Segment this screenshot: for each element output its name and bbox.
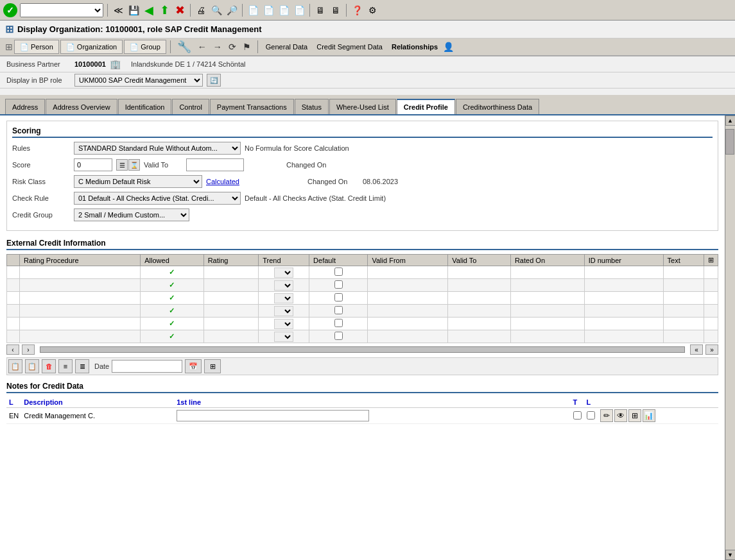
trend-select[interactable] [274,319,293,329]
table-controls: 📋 📋 🗑 ≡ ≣ Date 📅 ⊞ [6,357,718,375]
notes-edit-btn[interactable]: ✏ [600,409,613,422]
trend-select[interactable] [274,280,293,291]
toolbar-select[interactable] [20,3,103,17]
green-check-icon[interactable]: ✓ [3,3,17,17]
bp-role-select[interactable]: UKM000 SAP Credit Management [74,74,203,87]
trend-select[interactable] [274,267,293,278]
trend-select[interactable] [274,293,293,303]
valid-to-input[interactable] [186,158,244,171]
notes-chart-btn[interactable]: 📊 [643,409,655,422]
nav-filter-icon[interactable]: ⚑ [240,42,254,52]
toolbar-stop-icon[interactable]: ✖ [173,4,186,17]
toolbar-prev-icon[interactable]: ◀ [143,4,155,17]
score-calc-btn[interactable]: ⌛ [128,159,140,171]
tab-control[interactable]: Control [172,99,209,114]
cell-valid-from [368,279,448,292]
nav-credit-segment-data[interactable]: Credit Segment Data [313,43,386,51]
toolbar-doc3-icon[interactable]: 📄 [277,4,290,17]
trend-select[interactable] [274,332,293,342]
table-scroll-left[interactable]: ‹ [6,344,19,355]
cell-rating-procedure [20,279,141,292]
cell-trend [259,279,309,292]
toolbar-monitor1-icon[interactable]: 🖥 [314,4,327,17]
table-end-left[interactable]: « [690,344,703,355]
nav-grid-icon: ⊞ [5,42,13,52]
nav-organization-btn[interactable]: 📄 Organization [60,40,123,54]
col-config-icon[interactable]: ⊞ [704,255,718,266]
nav-person-btn[interactable]: 📄 Person [14,40,59,54]
nav-refresh-icon[interactable]: ⟳ [226,42,239,52]
nav-person-icon2[interactable]: 👤 [443,42,454,52]
tbl-delete-btn[interactable]: 🗑 [42,359,56,373]
toolbar-doc4-icon[interactable]: 📄 [293,4,306,17]
toolbar-back-icon[interactable]: ≪ [112,4,125,17]
toolbar-save-icon[interactable]: 💾 [127,4,140,17]
rules-select[interactable]: STANDARD Standard Rule Without Autom... [74,142,241,155]
toolbar-print-icon[interactable]: 🖨 [195,4,207,17]
toolbar-doc1-icon[interactable]: 📄 [246,4,259,17]
notes-l-checkbox[interactable] [587,411,595,420]
tab-identification[interactable]: Identification [118,99,172,114]
toolbar-up-icon[interactable]: ⬆ [158,4,171,17]
credit-group-select[interactable]: 2 Small / Medium Custom... [74,208,189,221]
notes-icon-group: ✏ 👁 ⊞ 📊 [600,409,716,422]
default-checkbox[interactable] [334,306,343,314]
notes-text-input[interactable] [177,410,369,421]
tab-status[interactable]: Status [295,99,329,114]
nav-general-data[interactable]: General Data [262,43,311,51]
nav-arrow-icon[interactable]: 🔧 [175,40,194,54]
tab-address[interactable]: Address [5,99,45,114]
tab-credit-profile[interactable]: Credit Profile [397,99,455,114]
trend-select[interactable] [274,306,293,316]
score-detail-btn[interactable]: ☰ [116,159,128,171]
default-checkbox[interactable] [334,280,343,289]
tab-where-used-list[interactable]: Where-Used List [329,99,396,114]
tbl-copy-btn[interactable]: 📋 [25,359,39,373]
nav-separator-2 [257,40,258,53]
toolbar-settings-icon[interactable]: ⚙ [366,4,379,17]
cell-rating-procedure [20,305,141,318]
toolbar-find-icon[interactable]: 🔍 [210,4,223,17]
scrollbar-thumb[interactable] [725,129,734,155]
date-calendar-btn[interactable]: 📅 [185,359,202,373]
notes-view-btn[interactable]: 👁 [614,409,627,422]
default-checkbox[interactable] [334,267,343,276]
tab-payment-transactions[interactable]: Payment Transactions [210,99,294,114]
ext-table-row: ✓ [7,318,718,330]
date-format-btn[interactable]: ⊞ [204,359,221,373]
score-input[interactable] [74,158,112,171]
nav-right-arrow[interactable]: → [211,42,225,52]
tab-address-overview[interactable]: Address Overview [46,99,117,114]
default-checkbox[interactable] [334,319,343,327]
cell-text [663,330,704,343]
toolbar-find-next-icon[interactable]: 🔎 [225,4,238,17]
nav-relationships[interactable]: Relationships [388,43,442,51]
toolbar-doc2-icon[interactable]: 📄 [262,4,275,17]
tbl-sort-asc-btn[interactable]: ≡ [58,359,73,373]
date-input[interactable] [112,360,182,373]
scroll-up-btn[interactable]: ▲ [725,115,736,126]
toolbar-monitor2-icon[interactable]: 🖥 [329,4,342,17]
default-checkbox[interactable] [334,332,343,340]
risk-changed-on-value: 08.06.2023 [363,178,398,185]
tbl-insert-btn[interactable]: 📋 [8,359,22,373]
nav-group-btn[interactable]: 📄 Group [124,40,166,54]
tbl-sort-desc-btn[interactable]: ≣ [75,359,89,373]
calculated-link[interactable]: Calculated [206,178,239,185]
toolbar-help-icon[interactable]: ❓ [350,4,363,17]
check-rule-select[interactable]: 01 Default - All Checks Active (Stat. Cr… [74,192,241,205]
notes-table-btn[interactable]: ⊞ [628,409,641,422]
table-end-right[interactable]: » [705,344,718,355]
risk-class-select[interactable]: C Medium Default Risk [74,175,202,188]
bp-role-action-btn[interactable]: 🔄 [207,74,221,87]
scroll-down-btn[interactable]: ▼ [725,550,736,560]
tab-creditworthiness-data[interactable]: Creditworthiness Data [456,99,539,114]
score-buttons: ☰ ⌛ [116,159,140,171]
default-checkbox[interactable] [334,293,343,301]
nav-org-icon: 📄 [66,43,75,51]
cell-trend [259,330,309,343]
nav-left-arrow[interactable]: ← [195,42,209,52]
table-scroll-right[interactable]: › [22,344,35,355]
notes-t-checkbox[interactable] [573,411,582,420]
row-indicator [7,305,20,318]
